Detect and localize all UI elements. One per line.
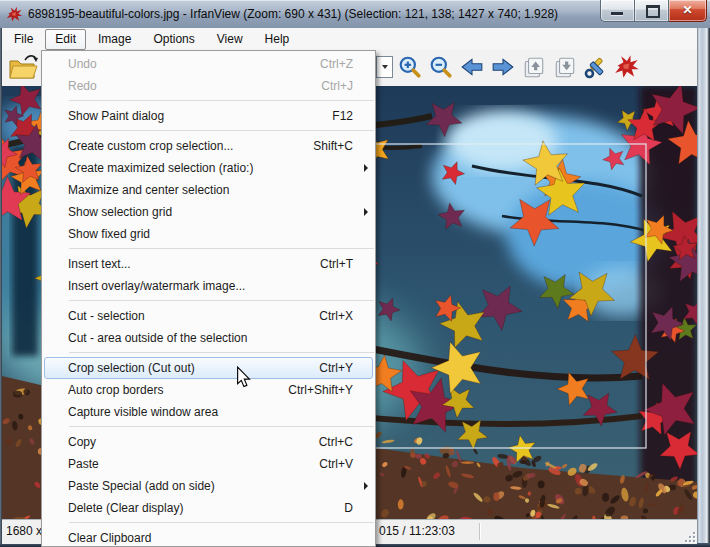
menu-separator bbox=[69, 352, 374, 353]
window-border-right[interactable] bbox=[697, 28, 710, 543]
menu-item-create-custom-crop-selection[interactable]: Create custom crop selection...Shift+C bbox=[42, 135, 375, 157]
menu-item-show-selection-grid[interactable]: Show selection grid bbox=[42, 201, 375, 223]
menu-item-shortcut: Ctrl+V bbox=[319, 453, 353, 475]
minimize-icon bbox=[611, 12, 623, 15]
menubar-item-options[interactable]: Options bbox=[143, 29, 204, 50]
toolbar-button-next-image[interactable] bbox=[490, 54, 516, 80]
status-image-size: 1680 x bbox=[6, 524, 42, 538]
resize-grip[interactable] bbox=[683, 530, 695, 542]
menu-item-shortcut: Ctrl+Shift+Y bbox=[288, 379, 353, 401]
toolbar-button-zoom-out[interactable] bbox=[428, 54, 454, 80]
menu-item-shortcut: Ctrl+T bbox=[320, 253, 353, 275]
menu-bar: FileEditImageOptionsViewHelp bbox=[2, 28, 697, 50]
page-down-icon bbox=[553, 55, 577, 79]
maximize-button[interactable] bbox=[634, 0, 669, 22]
menu-item-label: Redo bbox=[68, 79, 97, 93]
menu-item-label: Insert text... bbox=[68, 257, 131, 271]
page-up-icon bbox=[522, 55, 546, 79]
menu-item-shortcut: Ctrl+X bbox=[319, 305, 353, 327]
toolbar-button-zoom-in[interactable] bbox=[397, 54, 423, 80]
menu-item-show-fixed-grid[interactable]: Show fixed grid bbox=[42, 223, 375, 245]
menu-item-shortcut: Shift+C bbox=[313, 135, 353, 157]
status-datetime: 015 / 11:23:03 bbox=[379, 524, 455, 538]
menu-item-label: Undo bbox=[68, 57, 97, 71]
irfanview-logo-icon bbox=[614, 54, 640, 80]
mouse-cursor bbox=[234, 366, 254, 392]
menu-item-shortcut: Ctrl+Y bbox=[319, 358, 353, 378]
menubar-item-file[interactable]: File bbox=[4, 29, 43, 50]
toolbar-button-irfanview-logo[interactable] bbox=[614, 54, 640, 80]
menu-item-shortcut: D bbox=[344, 497, 353, 519]
toolbar-button-page-down[interactable] bbox=[552, 54, 578, 80]
irfanview-app-icon bbox=[6, 6, 23, 23]
zoom-in-icon bbox=[398, 55, 422, 79]
submenu-arrow-icon bbox=[364, 482, 368, 490]
zoom-out-icon bbox=[429, 55, 453, 79]
minimize-button[interactable] bbox=[600, 0, 634, 22]
menu-item-create-maximized-selection-ratio[interactable]: Create maximized selection (ratio:) bbox=[42, 157, 375, 179]
menu-separator bbox=[69, 426, 374, 427]
window-border-left[interactable] bbox=[0, 28, 2, 543]
menu-item-delete-clear-display[interactable]: Delete (Clear display)D bbox=[42, 497, 375, 519]
menu-item-auto-crop-borders[interactable]: Auto crop bordersCtrl+Shift+Y bbox=[42, 379, 375, 401]
window-controls: ✕ bbox=[600, 0, 707, 21]
menu-item-shortcut: Ctrl+Z bbox=[320, 53, 353, 75]
close-button[interactable]: ✕ bbox=[669, 0, 707, 22]
menu-item-copy[interactable]: CopyCtrl+C bbox=[42, 431, 375, 453]
menu-item-label: Create maximized selection (ratio:) bbox=[68, 161, 253, 175]
next-image-icon bbox=[491, 55, 515, 79]
toolbar-button-thumbnail-dropdown[interactable] bbox=[376, 56, 397, 78]
menu-item-capture-visible-window-area[interactable]: Capture visible window area bbox=[42, 401, 375, 423]
menu-item-shortcut: Ctrl+J bbox=[321, 75, 353, 97]
menu-separator bbox=[69, 248, 374, 249]
menu-separator bbox=[69, 130, 374, 131]
menubar-item-image[interactable]: Image bbox=[88, 29, 141, 50]
edit-menu-popup: UndoCtrl+ZRedoCtrl+JShow Paint dialogF12… bbox=[41, 50, 376, 547]
menu-item-label: Capture visible window area bbox=[68, 405, 218, 419]
toolbar-button-tools[interactable] bbox=[583, 54, 609, 80]
menu-item-label: Cut - area outside of the selection bbox=[68, 331, 247, 345]
menu-item-redo[interactable]: RedoCtrl+J bbox=[42, 75, 375, 97]
menu-item-clear-clipboard[interactable]: Clear Clipboard bbox=[42, 527, 375, 547]
menu-item-shortcut: Ctrl+C bbox=[319, 431, 353, 453]
menu-item-undo[interactable]: UndoCtrl+Z bbox=[42, 53, 375, 75]
menu-item-cut-selection[interactable]: Cut - selectionCtrl+X bbox=[42, 305, 375, 327]
menu-item-label: Paste Special (add on side) bbox=[68, 479, 215, 493]
menu-item-label: Auto crop borders bbox=[68, 383, 163, 397]
submenu-arrow-icon bbox=[364, 208, 368, 216]
menu-separator bbox=[69, 300, 374, 301]
irfanview-window: 6898195-beautiful-colors.jpg - IrfanView… bbox=[0, 0, 710, 547]
open-folder-icon bbox=[6, 52, 40, 83]
menu-item-insert-text[interactable]: Insert text...Ctrl+T bbox=[42, 253, 375, 275]
menu-item-paste-special-add-on-side[interactable]: Paste Special (add on side) bbox=[42, 475, 375, 497]
menu-item-label: Copy bbox=[68, 435, 96, 449]
menu-item-maximize-and-center-selection[interactable]: Maximize and center selection bbox=[42, 179, 375, 201]
menu-item-paste[interactable]: PasteCtrl+V bbox=[42, 453, 375, 475]
menu-item-label: Show Paint dialog bbox=[68, 109, 164, 123]
menu-item-label: Insert overlay/watermark image... bbox=[68, 279, 245, 293]
title-bar[interactable]: 6898195-beautiful-colors.jpg - IrfanView… bbox=[0, 0, 710, 29]
menu-item-show-paint-dialog[interactable]: Show Paint dialogF12 bbox=[42, 105, 375, 127]
menu-item-label: Show selection grid bbox=[68, 205, 172, 219]
submenu-arrow-icon bbox=[364, 164, 368, 172]
menu-separator bbox=[69, 522, 374, 523]
toolbar-button-previous-image[interactable] bbox=[459, 54, 485, 80]
menu-item-label: Crop selection (Cut out) bbox=[68, 361, 195, 375]
thumbnail-dropdown-icon bbox=[376, 56, 393, 78]
menubar-item-view[interactable]: View bbox=[207, 29, 253, 50]
menu-item-crop-selection-cut-out[interactable]: Crop selection (Cut out)Ctrl+Y bbox=[44, 357, 373, 379]
menubar-item-help[interactable]: Help bbox=[255, 29, 300, 50]
menu-item-label: Show fixed grid bbox=[68, 227, 150, 241]
toolbar-button-page-up[interactable] bbox=[521, 54, 547, 80]
menu-item-shortcut: F12 bbox=[332, 105, 353, 127]
menu-separator bbox=[69, 100, 374, 101]
menu-item-cut-area-outside-of-the-selection[interactable]: Cut - area outside of the selection bbox=[42, 327, 375, 349]
tools-icon bbox=[584, 55, 608, 79]
menu-item-label: Maximize and center selection bbox=[68, 183, 229, 197]
menu-item-label: Cut - selection bbox=[68, 309, 145, 323]
menubar-item-edit[interactable]: Edit bbox=[45, 29, 86, 50]
menu-item-insert-overlay-watermark-image[interactable]: Insert overlay/watermark image... bbox=[42, 275, 375, 297]
maximize-icon bbox=[646, 5, 660, 18]
open-file-button[interactable] bbox=[6, 52, 40, 83]
menu-item-label: Clear Clipboard bbox=[68, 531, 151, 545]
